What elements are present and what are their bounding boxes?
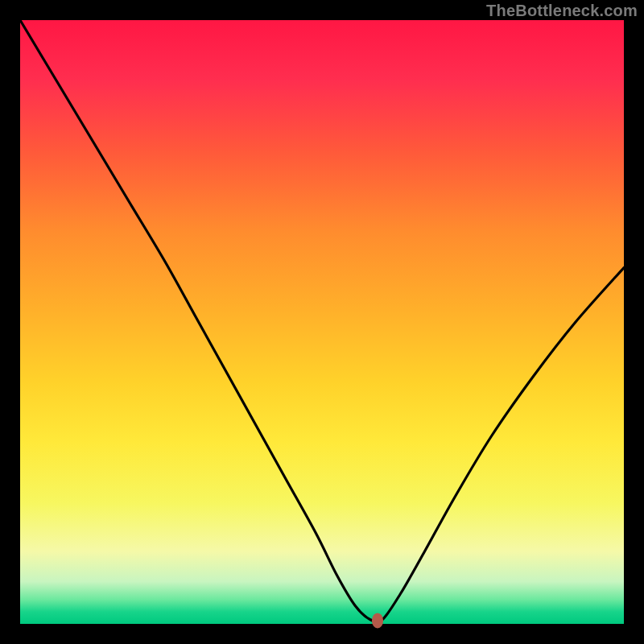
watermark-text: TheBottleneck.com [486, 2, 638, 20]
chart-frame: TheBottleneck.com [0, 0, 644, 644]
plot-area [20, 20, 624, 624]
optimal-point-marker [372, 613, 383, 628]
bottleneck-curve [20, 20, 624, 624]
